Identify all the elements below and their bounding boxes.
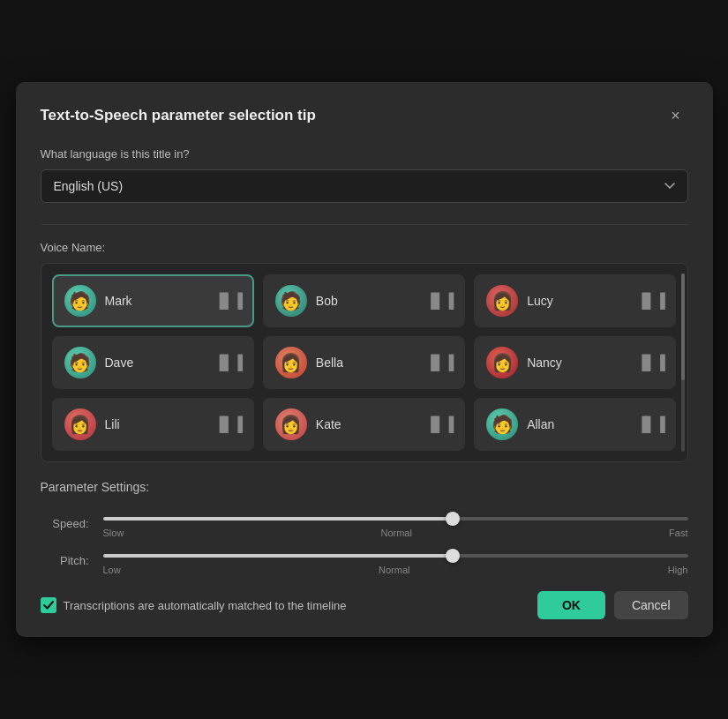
checkbox-row: Transcriptions are automatically matched… [41,597,537,613]
checkbox[interactable] [41,597,56,613]
divider [41,224,688,225]
wave-icon-nancy: ▐▌▐ [636,355,664,371]
voice-name-lili: Lili [105,417,206,431]
voice-avatar-nancy: 👩 [486,347,518,378]
wave-icon-kate: ▐▌▐ [425,416,453,432]
speed-slider-container: Slow Normal Fast [103,508,688,538]
language-question: What language is this title in? [41,147,688,161]
pitch-label-low: Low [103,565,121,575]
voice-name-bob: Bob [316,294,417,308]
voice-card-dave[interactable]: 🧑 Dave ▐▌▐ [52,336,254,389]
voice-name-lucy: Lucy [527,294,627,308]
wave-icon-allan: ▐▌▐ [636,416,664,432]
dialog-header: Text-to-Speech parameter selection tip × [41,103,688,128]
voice-name-nancy: Nancy [527,356,627,370]
wave-icon-lucy: ▐▌▐ [636,293,664,309]
voice-avatar-bob: 🧑 [275,285,307,317]
pitch-label: Pitch: [41,554,89,567]
dialog: Text-to-Speech parameter selection tip ×… [16,82,713,637]
voice-card-lili[interactable]: 👩 Lili ▐▌▐ [52,398,254,451]
voice-avatar-lucy: 👩 [486,285,518,317]
checkbox-label: Transcriptions are automatically matched… [64,599,347,612]
voice-card-kate[interactable]: 👩 Kate ▐▌▐ [263,398,465,451]
footer: Transcriptions are automatically matched… [41,591,688,619]
voice-avatar-lili: 👩 [64,408,96,440]
pitch-labels: Low Normal High [103,565,688,575]
overlay: Text-to-Speech parameter selection tip ×… [0,0,728,719]
voice-card-mark[interactable]: 🧑 Mark ▐▌▐ [52,274,254,327]
pitch-label-high: High [668,565,688,575]
speed-label: Speed: [41,517,89,530]
scroll-thumb [681,273,685,380]
voice-grid: 🧑 Mark ▐▌▐ 🧑 Bob ▐▌▐ 👩 Lucy ▐▌▐ 🧑 Dave ▐… [52,274,677,451]
voice-avatar-mark: 🧑 [64,285,96,317]
pitch-label-normal: Normal [379,565,409,575]
speed-label-slow: Slow [103,528,124,538]
speed-row: Speed: Slow Normal Fast [41,508,688,538]
avatar-icon-mark: 🧑 [69,292,91,310]
speed-labels: Slow Normal Fast [103,528,688,538]
avatar-icon-lucy: 👩 [492,292,514,310]
cancel-button[interactable]: Cancel [614,591,688,619]
param-section-label: Parameter Settings: [41,480,688,494]
wave-icon-dave: ▐▌▐ [214,355,242,371]
footer-buttons: OK Cancel [537,591,688,619]
scrollbar[interactable] [681,273,685,452]
avatar-icon-nancy: 👩 [492,354,514,371]
pitch-slider-container: Low Normal High [103,545,688,575]
voice-card-bob[interactable]: 🧑 Bob ▐▌▐ [263,274,465,327]
wave-icon-lili: ▐▌▐ [214,416,242,432]
voice-avatar-kate: 👩 [275,408,307,440]
voice-card-bella[interactable]: 👩 Bella ▐▌▐ [263,336,465,389]
avatar-icon-bob: 🧑 [280,292,302,310]
voice-avatar-allan: 🧑 [486,408,518,440]
wave-icon-bella: ▐▌▐ [425,355,453,371]
speed-label-normal: Normal [380,528,411,538]
wave-icon-bob: ▐▌▐ [425,293,453,309]
voice-avatar-bella: 👩 [275,347,307,378]
avatar-icon-dave: 🧑 [69,354,91,371]
voice-section-label: Voice Name: [41,241,688,254]
pitch-row: Pitch: Low Normal High [41,545,688,575]
voice-name-kate: Kate [316,417,417,431]
wave-icon-mark: ▐▌▐ [214,293,242,309]
avatar-icon-lili: 👩 [69,416,91,433]
voice-name-allan: Allan [527,417,627,431]
pitch-slider[interactable] [103,554,688,558]
voice-name-bella: Bella [316,356,417,370]
voice-card-nancy[interactable]: 👩 Nancy ▐▌▐ [474,336,676,389]
voice-name-mark: Mark [105,294,206,308]
voice-name-dave: Dave [105,356,206,370]
avatar-icon-kate: 👩 [280,416,302,433]
voice-grid-wrapper: 🧑 Mark ▐▌▐ 🧑 Bob ▐▌▐ 👩 Lucy ▐▌▐ 🧑 Dave ▐… [41,263,688,462]
ok-button[interactable]: OK [537,591,605,619]
speed-label-fast: Fast [669,528,687,538]
dialog-title: Text-to-Speech parameter selection tip [41,107,316,124]
avatar-icon-allan: 🧑 [492,416,514,433]
voice-card-allan[interactable]: 🧑 Allan ▐▌▐ [474,398,676,451]
speed-slider[interactable] [103,517,688,521]
language-select[interactable]: English (US)English (UK)SpanishFrenchGer… [41,169,688,203]
voice-avatar-dave: 🧑 [64,347,96,378]
close-button[interactable]: × [664,103,688,128]
voice-card-lucy[interactable]: 👩 Lucy ▐▌▐ [474,274,676,327]
avatar-icon-bella: 👩 [280,354,302,371]
